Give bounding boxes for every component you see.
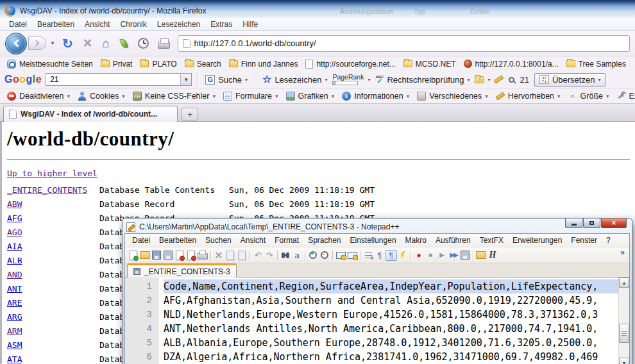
- google-search-input[interactable]: [46, 74, 180, 85]
- notepad-menu-item[interactable]: Einstellungen: [346, 235, 401, 246]
- entry-link[interactable]: AND: [7, 270, 22, 279]
- bookmark-item[interactable]: http://sourceforge.net...: [301, 58, 399, 70]
- up-to-higher-level-link[interactable]: Up to higher level: [7, 169, 97, 178]
- extension-leaf-icon[interactable]: [119, 37, 129, 49]
- menu-item[interactable]: Lesezeichen: [152, 19, 205, 30]
- notepad-menu-item[interactable]: Suchen: [201, 235, 236, 246]
- menu-item[interactable]: Extras: [205, 19, 237, 30]
- notepad-editor[interactable]: 123456 Code,Name,Continent,Region,Surfac…: [125, 277, 629, 364]
- zoom-indicator[interactable]: 21: [507, 75, 530, 85]
- home-button[interactable]: ⌂: [99, 37, 112, 49]
- notepad-titlebar[interactable]: C:\Users\Martin\AppData\Local\Temp\_ENTI…: [123, 219, 632, 233]
- function-completion-icon[interactable]: [397, 250, 409, 261]
- notepad-menu-item[interactable]: Ansicht: [236, 235, 270, 246]
- notepad-menu-item[interactable]: Format: [270, 235, 303, 246]
- record-macro-icon[interactable]: ●: [413, 250, 425, 261]
- zoom-in-icon[interactable]: [307, 250, 319, 261]
- entry-link[interactable]: AIA: [7, 242, 22, 251]
- entry-link[interactable]: ANT: [7, 284, 22, 294]
- notepad-menu-item[interactable]: Ausführen: [431, 235, 475, 246]
- history-dropdown[interactable]: ▼: [50, 40, 55, 46]
- editor-text-area[interactable]: Code,Name,Continent,Region,SurfaceArea,I…: [158, 277, 629, 364]
- close-all-icon[interactable]: [185, 250, 197, 261]
- history-clock-icon[interactable]: [138, 38, 149, 49]
- highlighter-icon[interactable]: [494, 75, 504, 84]
- close-file-icon[interactable]: [174, 250, 185, 261]
- menu-item[interactable]: Hilfe: [237, 19, 263, 30]
- translate-button[interactable]: Übersetzen ▾: [534, 73, 606, 87]
- new-tab-button[interactable]: +: [182, 108, 198, 120]
- notepad-menu-item[interactable]: ?: [602, 235, 615, 246]
- search-options-caret[interactable]: ▾: [245, 77, 248, 83]
- restore-button[interactable]: [583, 219, 600, 228]
- toolbar-overflow-chevron[interactable]: »: [620, 247, 627, 257]
- scrollbar-thumb[interactable]: [619, 324, 629, 343]
- entry-link[interactable]: _ENTIRE_CONTENTS: [7, 185, 87, 195]
- save-macro-icon[interactable]: [459, 250, 471, 261]
- notepad-menu-item[interactable]: Makro: [401, 235, 431, 246]
- entry-link[interactable]: ASM: [7, 340, 22, 350]
- save-all-icon[interactable]: [162, 250, 174, 261]
- url-bar[interactable]: [178, 35, 630, 52]
- browser-tab[interactable]: WsgiDAV - Index of /world-db/count...: [3, 106, 178, 122]
- bookmarks-caret[interactable]: ▾: [325, 77, 327, 83]
- stop-button[interactable]: ×: [80, 36, 95, 51]
- webdev-item[interactable]: Größe ▾: [565, 90, 613, 102]
- webdev-item[interactable]: Formulare ▾: [220, 90, 282, 102]
- scroll-up-arrow[interactable]: ▲: [619, 277, 629, 288]
- bookmark-item[interactable]: Meistbesuchte Seiten: [3, 58, 97, 70]
- pagerank-caret[interactable]: ▾: [368, 77, 370, 83]
- webdev-item[interactable]: Hervorheben ▾: [493, 90, 564, 102]
- redo-icon[interactable]: ↷: [264, 250, 275, 261]
- back-button[interactable]: [5, 33, 27, 54]
- reload-button[interactable]: ↻: [59, 37, 76, 50]
- menu-item[interactable]: Bearbeiten: [32, 19, 80, 30]
- url-input[interactable]: [194, 38, 625, 48]
- close-button[interactable]: ×: [601, 219, 627, 228]
- copy-icon[interactable]: [224, 250, 236, 261]
- bookmark-item[interactable]: http://127.0.0.1:8001/a...: [460, 58, 563, 70]
- stop-macro-icon[interactable]: ■: [425, 250, 436, 261]
- notepad-menu-item[interactable]: Sprachen: [303, 235, 345, 246]
- webdev-item[interactable]: Keine CSS-Fehler ▾: [130, 90, 219, 102]
- bookmark-item[interactable]: PLATO: [136, 58, 180, 70]
- notepad-menu-item[interactable]: TextFX: [475, 235, 508, 246]
- google-search-button[interactable]: Suche ▾: [204, 75, 249, 85]
- spellcheck-caret[interactable]: ▾: [467, 77, 470, 83]
- forward-button[interactable]: [28, 37, 46, 50]
- word-wrap-icon[interactable]: [362, 250, 374, 261]
- notepad-menu-item[interactable]: Erweiterungen: [508, 235, 566, 246]
- notepad-menu-item[interactable]: Datei: [128, 235, 155, 246]
- save-icon[interactable]: [151, 250, 162, 261]
- undo-icon[interactable]: ↶: [252, 250, 264, 261]
- show-all-characters-icon[interactable]: ¶: [385, 250, 397, 261]
- menu-item[interactable]: Datei: [4, 19, 32, 30]
- entry-link[interactable]: ARM: [7, 326, 22, 336]
- print-button[interactable]: [158, 42, 170, 49]
- firefox-titlebar[interactable]: WsgiDAV - Index of /world-db/country/ - …: [0, 0, 635, 18]
- menu-item[interactable]: Chronik: [115, 19, 151, 30]
- entry-link[interactable]: ARE: [7, 298, 22, 308]
- google-bookmarks-button[interactable]: ☆ Lesezeichen ▾: [261, 74, 328, 85]
- cut-icon[interactable]: [213, 250, 224, 261]
- replace-icon[interactable]: a: [291, 250, 303, 261]
- entry-link[interactable]: AGO: [7, 228, 22, 237]
- entry-link[interactable]: ATA: [7, 354, 22, 364]
- sync-horizontal-scroll-icon[interactable]: [346, 250, 358, 261]
- bookmark-item[interactable]: Tree Samples: [563, 58, 630, 70]
- bookmark-item[interactable]: MCSD.NET: [400, 58, 460, 70]
- paste-icon[interactable]: [236, 250, 248, 261]
- minimize-button[interactable]: [565, 219, 582, 228]
- zoom-out-icon[interactable]: [319, 250, 330, 261]
- bookmark-item[interactable]: Finn und Jannes: [225, 58, 302, 70]
- entry-link[interactable]: ABW: [7, 199, 22, 209]
- bookmark-item[interactable]: Privat: [97, 58, 137, 70]
- pagerank-indicator[interactable]: PageRank: [332, 74, 364, 86]
- google-search-combo[interactable]: ▼: [46, 73, 192, 86]
- webdev-item[interactable]: Cookies ▾: [74, 90, 128, 102]
- webdev-item[interactable]: Verschiedenes ▾: [414, 90, 491, 102]
- textfx-icon[interactable]: [475, 250, 487, 261]
- webdev-item[interactable]: Informationen ▾: [339, 90, 412, 102]
- entry-link[interactable]: AFG: [7, 213, 22, 223]
- sync-vertical-scroll-icon[interactable]: [335, 250, 346, 261]
